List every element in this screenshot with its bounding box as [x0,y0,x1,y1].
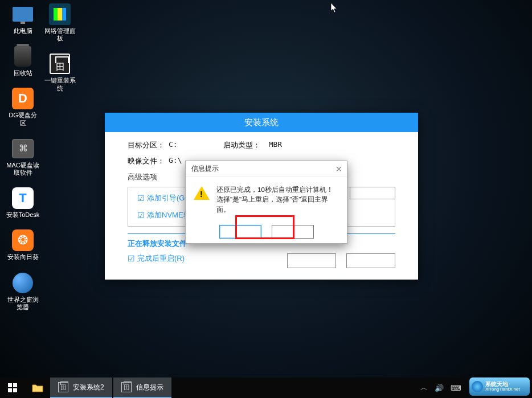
image-value: G:\ [169,156,182,166]
desktop-icon-netpanel[interactable]: 网络管理面板 [43,3,77,42]
dialog-message: 还原已完成，10秒后自动重启计算机！ 选择"是"马上重启，选择"否"返回主界面。 [216,185,339,215]
close-icon[interactable]: ✕ [335,165,342,174]
dialog-title: 信息提示 [191,164,219,174]
tray-volume-icon[interactable]: 🔊 [435,384,444,392]
icon-label: 世界之窗浏览器 [6,296,40,311]
taskbar-item-label: 信息提示 [136,383,163,392]
netpanel-icon [48,3,71,26]
watermark-url: XiTongTianDi.net [485,387,520,392]
icon-label: 安装ToDesk [6,211,40,219]
icon-label: 此电脑 [14,27,32,35]
image-label: 映像文件： [128,156,169,166]
icon-label: 一键重装系统 [43,77,77,92]
target-label: 目标分区： [128,140,169,150]
icon-label: 安装向日葵 [7,253,39,261]
dialog-line1: 还原已完成，10秒后自动重启计算机！ [216,185,339,195]
mac-icon [11,137,34,160]
taskbar-item-installer[interactable]: 安装系统2 [50,378,112,398]
tray-keyboard-icon[interactable]: ⌨ [451,384,461,392]
svg-rect-0 [8,383,12,387]
icon-label: MAC硬盘读取软件 [6,162,40,177]
checkbox-add-nvme[interactable]: 添加NVME驱 [137,210,191,220]
warning-icon [194,186,210,200]
taskbar: 安装系统2 信息提示 [0,378,467,398]
icon-label: 回收站 [14,69,32,77]
boot-label: 启动类型： [223,140,269,150]
watermark: 系统天地 XiTongTianDi.net [469,378,530,396]
svg-rect-3 [13,388,17,392]
pc-icon [11,3,34,26]
desktop-icon-sunflower[interactable]: ❂ 安装向日葵 [6,229,40,261]
svg-rect-2 [8,388,12,392]
todesk-icon: T [11,187,34,210]
target-value: C: [169,140,178,150]
tray-chevron-icon[interactable]: ︿ [420,383,428,393]
info-dialog: 信息提示 ✕ 还原已完成，10秒后自动重启计算机！ 选择"是"马上重启，选择"否… [185,161,347,244]
dg-icon: D [11,87,34,110]
advanced-field[interactable] [350,187,395,199]
info-task-icon [121,382,132,392]
dialog-line2: 选择"是"马上重启，选择"否"返回主界面。 [216,195,339,215]
taskbar-item-info[interactable]: 信息提示 [113,378,171,398]
installer-title: 安装系统 [105,113,418,132]
system-tray: ︿ 🔊 ⌨ [415,378,467,398]
icon-label: 网络管理面板 [43,27,77,42]
taskbar-explorer[interactable] [25,378,50,398]
desktop-icon-this-pc[interactable]: 此电脑 [6,3,40,35]
start-button[interactable] [0,378,25,398]
desktop-icon-todesk[interactable]: T 安装ToDesk [6,187,40,219]
back-button[interactable]: 返回(P) [346,253,395,268]
recycle-icon [11,45,34,68]
desktop-icon-browser[interactable]: 世界之窗浏览器 [6,272,40,311]
desktop-icon-dg[interactable]: D DG硬盘分区 [6,87,40,126]
taskbar-item-label: 安装系统2 [73,383,104,392]
sunflower-icon: ❂ [11,229,34,252]
no-button[interactable]: 否(N) [272,225,314,239]
installer-task-icon [58,382,68,392]
checkbox-restart[interactable]: 完成后重启(R) [128,253,185,264]
checkbox-add-boot[interactable]: 添加引导(G): [137,193,191,203]
reinstall-icon [48,52,71,75]
boot-value: MBR [269,140,282,150]
yes-button[interactable]: 是(Y) [219,225,261,239]
desktop-icon-recycle-bin[interactable]: 回收站 [6,45,40,77]
icon-label: DG硬盘分区 [6,112,40,126]
globe-icon [11,272,34,294]
desktop-icon-reinstall[interactable]: 一键重装系统 [43,52,77,92]
svg-rect-1 [13,383,17,387]
desktop-icon-mac-disk[interactable]: MAC硬盘读取软件 [6,137,40,177]
install-button[interactable]: 安装(S) [287,253,336,268]
cursor-icon [330,2,338,14]
